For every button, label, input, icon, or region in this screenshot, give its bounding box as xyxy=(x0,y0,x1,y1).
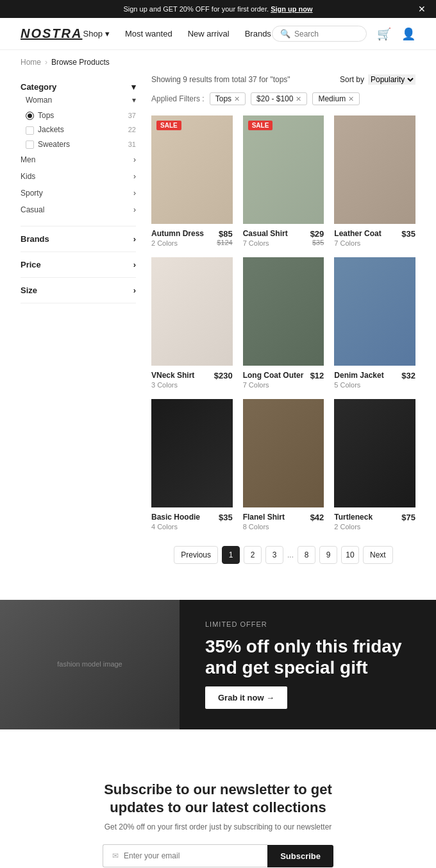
sidebar-item-kids[interactable]: Kids › xyxy=(21,168,136,185)
pagination-page-1[interactable]: 1 xyxy=(222,546,240,564)
product-card[interactable]: SALE Casual Shirt 7 Colors $29 $35 xyxy=(243,115,324,247)
banner-text: Sign up and GET 20% OFF for your first o… xyxy=(123,5,269,13)
sidebar: Category ▾ Woman ▾ Tops 37 Jackets 22 Sw… xyxy=(21,74,136,579)
sidebar-item-sporty[interactable]: Sporty › xyxy=(21,185,136,201)
newsletter-email-input[interactable] xyxy=(124,851,258,860)
product-card[interactable]: SALE Autumn Dress 2 Colors $85 $124 xyxy=(151,115,233,247)
sidebar-sub-jackets[interactable]: Jackets 22 xyxy=(26,123,136,137)
product-info: Autumn Dress 2 Colors $85 $124 xyxy=(151,229,233,247)
product-current-price: $35 xyxy=(401,229,415,239)
newsletter-email-wrapper: ✉ xyxy=(103,844,267,867)
product-price: $85 $124 xyxy=(217,229,232,246)
breadcrumb: Home › Browse Products xyxy=(0,50,436,74)
nav-brands[interactable]: Brands xyxy=(245,29,271,38)
product-current-price: $230 xyxy=(214,371,233,380)
sidebar-size-title[interactable]: Size › xyxy=(21,285,136,295)
banner-link[interactable]: Sign up now xyxy=(271,5,312,13)
filter-tag-price[interactable]: $20 - $100 ✕ xyxy=(251,92,307,105)
product-image xyxy=(151,257,233,366)
sidebar-category-title[interactable]: Category ▾ xyxy=(21,82,136,92)
product-colors: 7 Colors xyxy=(243,239,288,247)
product-card[interactable]: Turtleneck 2 Colors $75 xyxy=(334,399,415,531)
sidebar-price-section: Price › xyxy=(21,252,136,278)
product-price: $35 xyxy=(219,513,233,522)
sidebar-item-woman[interactable]: Woman ▾ xyxy=(26,92,136,108)
promo-button[interactable]: Grab it now → xyxy=(205,686,287,709)
filter-tag-tops[interactable]: Tops ✕ xyxy=(210,92,246,105)
nav-most-wanted[interactable]: Most wanted xyxy=(125,29,172,38)
sidebar-price-title[interactable]: Price › xyxy=(21,260,136,269)
product-image: SALE xyxy=(243,115,324,224)
remove-filter-icon[interactable]: ✕ xyxy=(234,95,240,103)
products-header: Showing 9 results from total 37 for "top… xyxy=(151,74,415,85)
search-icon: 🔍 xyxy=(280,29,290,38)
cart-icon[interactable]: 🛒 xyxy=(377,27,391,41)
product-name: Long Coat Outer xyxy=(243,371,304,380)
product-info: Turtleneck 2 Colors $75 xyxy=(334,513,415,531)
newsletter-section: Subscribe to our newsletter to get updat… xyxy=(0,750,436,868)
product-colors: 3 Colors xyxy=(151,381,194,389)
product-price: $32 xyxy=(401,371,415,380)
chevron-right-icon: › xyxy=(133,234,136,244)
search-box[interactable]: 🔍 xyxy=(272,26,367,42)
product-image xyxy=(243,257,324,366)
pagination-page-10[interactable]: 10 xyxy=(341,546,359,564)
pagination-page-8[interactable]: 8 xyxy=(298,546,315,564)
chevron-right-icon: › xyxy=(133,285,136,295)
sale-badge: SALE xyxy=(248,121,273,130)
subscribe-button[interactable]: Subscribe xyxy=(267,845,333,867)
user-icon[interactable]: 👤 xyxy=(401,27,415,41)
sidebar-sub-sweaters[interactable]: Sweaters 31 xyxy=(26,137,136,151)
product-card[interactable]: VNeck Shirt 3 Colors $230 xyxy=(151,257,233,389)
product-colors: 7 Colors xyxy=(243,381,304,389)
sidebar-category-section: Category ▾ Woman ▾ Tops 37 Jackets 22 Sw… xyxy=(21,74,136,226)
sidebar-size-section: Size › xyxy=(21,278,136,303)
product-card[interactable]: Flanel Shirt 8 Colors $42 xyxy=(243,399,324,531)
product-price: $35 xyxy=(401,229,415,239)
product-info: Casual Shirt 7 Colors $29 $35 xyxy=(243,229,324,247)
sort-select[interactable]: Popularity xyxy=(368,74,415,85)
chevron-down-icon: ▾ xyxy=(131,82,136,92)
chevron-right-icon: › xyxy=(133,205,136,214)
nav-new-arrival[interactable]: New arrival xyxy=(188,29,230,38)
product-current-price: $85 xyxy=(217,229,232,239)
sort-control: Sort by Popularity xyxy=(340,74,415,85)
remove-filter-icon[interactable]: ✕ xyxy=(348,95,354,103)
product-price: $42 xyxy=(310,513,324,522)
sidebar-item-men[interactable]: Men › xyxy=(21,151,136,168)
pagination-prev[interactable]: Previous xyxy=(174,546,218,564)
product-name: Autumn Dress xyxy=(151,229,204,238)
filters-label: Applied Filters : xyxy=(151,94,205,103)
chevron-down-icon: ▾ xyxy=(132,96,136,105)
product-card[interactable]: Leather Coat 7 Colors $35 xyxy=(334,115,415,247)
sidebar-sub-tops[interactable]: Tops 37 xyxy=(26,108,136,123)
product-price: $230 xyxy=(214,371,233,380)
pagination-next[interactable]: Next xyxy=(363,546,393,564)
promo-content: LIMITED OFFER 35% off only this friday a… xyxy=(180,600,436,729)
chevron-right-icon: › xyxy=(133,172,136,181)
close-icon[interactable]: ✕ xyxy=(418,4,426,14)
sidebar-brands-section: Brands › xyxy=(21,226,136,252)
product-card[interactable]: Denim Jacket 5 Colors $32 xyxy=(334,257,415,389)
top-banner: Sign up and GET 20% OFF for your first o… xyxy=(0,0,436,18)
pagination-page-2[interactable]: 2 xyxy=(244,546,262,564)
breadcrumb-home[interactable]: Home xyxy=(21,58,41,67)
chevron-right-icon: › xyxy=(133,189,136,198)
pagination-page-3[interactable]: 3 xyxy=(265,546,283,564)
sidebar-item-casual[interactable]: Casual › xyxy=(21,201,136,218)
promo-title: 35% off only this friday and get special… xyxy=(205,636,410,679)
promo-limited-label: LIMITED OFFER xyxy=(205,620,410,628)
chevron-down-icon: ▾ xyxy=(105,29,110,38)
nav-shop[interactable]: Shop ▾ xyxy=(83,29,110,38)
product-price: $12 xyxy=(310,371,324,380)
filter-tag-size[interactable]: Medium ✕ xyxy=(312,92,360,105)
product-card[interactable]: Long Coat Outer 7 Colors $12 xyxy=(243,257,324,389)
product-image xyxy=(243,399,324,507)
logo: NOSTRA xyxy=(21,26,82,41)
main-nav: Shop ▾ Most wanted New arrival Brands xyxy=(83,29,271,38)
remove-filter-icon[interactable]: ✕ xyxy=(296,95,301,103)
product-card[interactable]: Basic Hoodie 4 Colors $35 xyxy=(151,399,233,531)
search-input[interactable] xyxy=(294,30,358,38)
sidebar-brands-title[interactable]: Brands › xyxy=(21,234,136,244)
pagination-page-9[interactable]: 9 xyxy=(319,546,337,564)
